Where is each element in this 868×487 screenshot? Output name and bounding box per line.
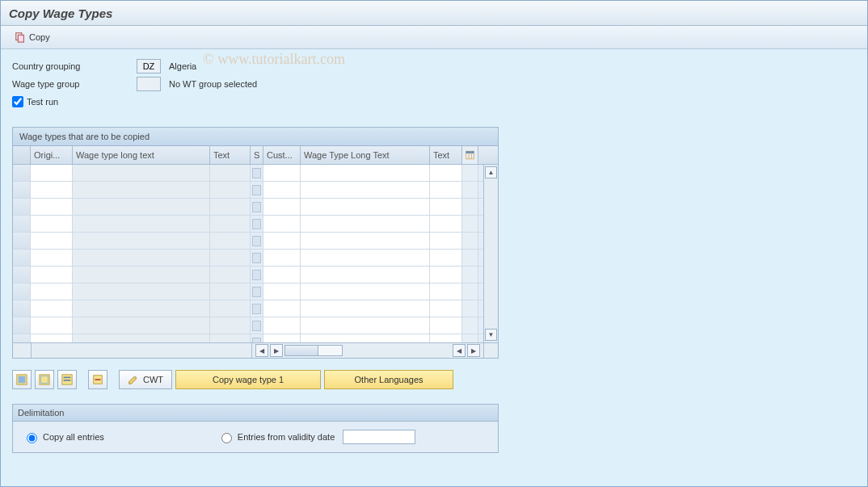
cell-longtext2[interactable] [301,250,430,266]
select-all-button[interactable] [12,370,32,389]
cell-s[interactable] [251,267,263,283]
col-text[interactable]: Text [210,146,251,164]
cell-longtext2[interactable] [301,317,430,334]
cell-origi[interactable] [31,334,73,342]
cell-s[interactable] [251,334,263,342]
col-select-all[interactable] [13,146,31,164]
scroll-up-icon[interactable]: ▲ [485,166,497,178]
hscroll-right-2[interactable]: ▶ [467,344,480,357]
cell-longtext2[interactable] [301,233,430,249]
cell-cust[interactable] [263,165,301,181]
cell-s[interactable] [251,250,263,266]
cell-origi[interactable] [31,182,73,198]
test-run-checkbox[interactable] [12,96,23,107]
table-row[interactable] [13,216,483,233]
table-row[interactable] [13,317,483,334]
table-vscrollbar[interactable]: ▲ ▼ [483,165,498,342]
cell-origi[interactable] [31,165,73,181]
cell-longtext2[interactable] [301,199,430,215]
cell-s[interactable] [251,165,263,181]
row-selector[interactable] [13,267,31,283]
hscroll-track-1[interactable] [284,345,343,356]
copy-button[interactable]: Copy [9,29,56,45]
cell-origi[interactable] [31,216,73,232]
cell-text2[interactable] [430,334,462,342]
deselect-all-button[interactable] [35,370,54,389]
row-selector[interactable] [13,300,31,317]
cell-text2[interactable] [430,165,462,181]
cell-s[interactable] [251,199,263,215]
country-grouping-input[interactable] [137,59,161,73]
col-longtext2[interactable]: Wage Type Long Text [301,146,430,164]
selection-options-button[interactable] [57,370,77,389]
radio-entries-from-date[interactable]: Entries from validity date [217,430,415,444]
table-row[interactable] [13,300,483,317]
cell-origi[interactable] [31,199,73,215]
table-row[interactable] [13,250,483,267]
cwt-button[interactable]: CWT [119,370,172,389]
row-selector[interactable] [13,250,31,266]
row-selector[interactable] [13,233,31,249]
cell-longtext2[interactable] [301,216,430,232]
cell-longtext2[interactable] [301,283,430,300]
cell-origi[interactable] [31,317,73,334]
cell-text2[interactable] [430,250,462,266]
table-row[interactable] [13,267,483,283]
cell-cust[interactable] [263,317,301,334]
cell-text2[interactable] [430,233,462,249]
row-selector[interactable] [13,283,31,300]
table-row[interactable] [13,165,483,182]
delete-line-button[interactable] [88,370,107,389]
row-selector[interactable] [13,199,31,215]
cell-text2[interactable] [430,216,462,232]
table-row[interactable] [13,283,483,300]
col-origi[interactable]: Origi... [31,146,73,164]
cell-text2[interactable] [430,300,462,317]
cell-text2[interactable] [430,182,462,198]
cell-origi[interactable] [31,267,73,283]
col-s[interactable]: S [251,146,263,164]
cell-cust[interactable] [263,267,301,283]
cell-longtext2[interactable] [301,334,430,342]
radio-copy-all[interactable]: Copy all entries [23,430,104,443]
cell-s[interactable] [251,300,263,317]
cell-origi[interactable] [31,300,73,317]
cell-cust[interactable] [263,334,301,342]
row-selector[interactable] [13,182,31,198]
cell-longtext2[interactable] [301,300,430,317]
cell-s[interactable] [251,216,263,232]
cell-s[interactable] [251,233,263,249]
cell-longtext2[interactable] [301,267,430,283]
cell-cust[interactable] [263,182,301,198]
cell-longtext2[interactable] [301,182,430,198]
hscroll-left-2[interactable]: ◀ [453,344,466,357]
row-selector[interactable] [13,216,31,232]
cell-origi[interactable] [31,283,73,300]
cell-text2[interactable] [430,317,462,334]
hscroll-right-1[interactable]: ▶ [270,344,283,357]
cell-origi[interactable] [31,250,73,266]
table-row[interactable] [13,233,483,250]
col-longtext[interactable]: Wage type long text [73,146,210,164]
cell-origi[interactable] [31,233,73,249]
cell-cust[interactable] [263,283,301,300]
cell-cust[interactable] [263,300,301,317]
table-row[interactable] [13,334,483,342]
scroll-down-icon[interactable]: ▼ [485,329,497,341]
table-settings-button[interactable] [462,146,478,164]
cell-cust[interactable] [263,250,301,266]
cell-text2[interactable] [430,283,462,300]
cell-text2[interactable] [430,199,462,215]
row-selector[interactable] [13,334,31,342]
row-selector[interactable] [13,165,31,181]
cell-s[interactable] [251,182,263,198]
radio-copy-all-input[interactable] [27,433,37,443]
cell-cust[interactable] [263,216,301,232]
cell-text2[interactable] [430,267,462,283]
cell-s[interactable] [251,283,263,300]
cell-cust[interactable] [263,233,301,249]
table-row[interactable] [13,199,483,216]
col-cust[interactable]: Cust... [263,146,301,164]
validity-date-input[interactable] [343,430,415,444]
row-selector[interactable] [13,317,31,334]
